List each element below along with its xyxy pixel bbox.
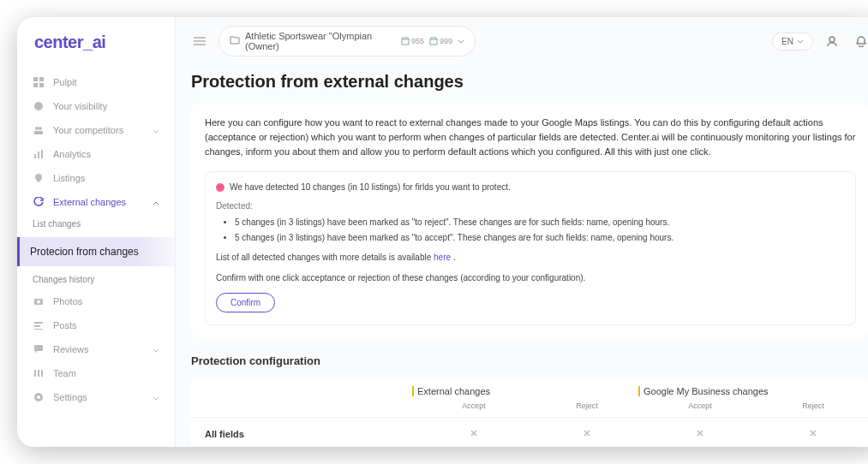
config-grid: External changes Google My Business chan… xyxy=(191,379,868,447)
detected-label: Detected: xyxy=(216,199,845,213)
nav-settings[interactable]: Settings xyxy=(17,385,175,409)
sub-header-reject: Reject xyxy=(757,402,868,410)
confirm-button[interactable]: Confirm xyxy=(216,293,275,312)
dashboard-icon xyxy=(33,76,45,88)
folder-icon xyxy=(230,36,240,46)
posts-icon xyxy=(33,319,45,331)
nav-reviews[interactable]: Reviews xyxy=(17,337,175,361)
chevron-down-icon xyxy=(458,39,464,44)
nav-analytics[interactable]: Analytics xyxy=(17,142,175,166)
nav-photos[interactable]: Photos xyxy=(17,289,175,313)
topbar: Athletic Sportswear "Olympian (Owner) 95… xyxy=(176,17,868,65)
svg-rect-1 xyxy=(39,77,44,81)
svg-rect-18 xyxy=(38,370,39,377)
subnav-list-changes[interactable]: List changes xyxy=(33,214,175,234)
sub-header-accept: Accept xyxy=(644,402,757,410)
store-count-1: 955 xyxy=(401,37,424,45)
nav-visibility[interactable]: Your visibility xyxy=(17,94,175,118)
subnav-protection[interactable]: Protecion from changes xyxy=(17,237,175,266)
svg-point-12 xyxy=(37,300,40,304)
page-title: Protection from external changes xyxy=(191,72,868,92)
menu-toggle[interactable] xyxy=(189,31,210,51)
user-icon xyxy=(826,35,838,47)
svg-rect-7 xyxy=(34,131,43,134)
bell-icon xyxy=(855,35,867,47)
nav-team[interactable]: Team xyxy=(17,361,175,385)
nav-pulpit[interactable]: Pulpit xyxy=(17,70,175,94)
here-link[interactable]: here xyxy=(434,253,451,262)
chevron-down-icon xyxy=(153,125,159,135)
sidebar: center_ai Pulpit Your visibility Your co… xyxy=(17,17,176,447)
col-header-external: External changes xyxy=(417,379,644,400)
row-label: All fields xyxy=(191,429,417,439)
svg-point-6 xyxy=(39,127,42,130)
nav-competitors[interactable]: Your competitors xyxy=(17,118,175,142)
chevron-down-icon xyxy=(153,344,159,354)
topbar-right: EN xyxy=(772,31,868,51)
chat-icon xyxy=(33,343,45,355)
nav: Pulpit Your visibility Your competitors … xyxy=(17,65,175,447)
logo: center_ai xyxy=(17,17,175,65)
gear-icon xyxy=(33,391,45,403)
store-name: Athletic Sportswear "Olympian (Owner) xyxy=(245,31,401,51)
svg-rect-19 xyxy=(41,370,43,377)
user-button[interactable] xyxy=(822,31,842,51)
nav-listings[interactable]: Listings xyxy=(17,166,175,190)
alert-bullet: 5 changes (in 3 listings) have been mark… xyxy=(235,216,845,229)
alert-bullet: 5 changes (in 3 listings) have been mark… xyxy=(235,231,845,245)
main: Athletic Sportswear "Olympian (Owner) 95… xyxy=(176,17,868,447)
pin-icon xyxy=(33,172,45,184)
svg-rect-2 xyxy=(33,83,38,87)
alert-icon xyxy=(216,183,224,192)
svg-rect-25 xyxy=(402,39,409,45)
svg-rect-26 xyxy=(430,39,437,45)
chevron-down-icon xyxy=(153,392,159,402)
lang-selector[interactable]: EN xyxy=(772,33,813,51)
store-count-2: 999 xyxy=(429,37,452,45)
svg-rect-14 xyxy=(34,325,40,327)
cell-ext-accept[interactable] xyxy=(417,426,530,442)
config-row: All fields xyxy=(191,417,868,447)
svg-rect-17 xyxy=(34,370,36,377)
subnav-history[interactable]: Changes history xyxy=(33,270,175,289)
svg-point-27 xyxy=(829,37,835,42)
alert-headline: We have detected 10 changes (in 10 listi… xyxy=(230,181,511,194)
alert-bullets: 5 changes (in 3 listings) have been mark… xyxy=(216,216,845,244)
cell-gmb-accept[interactable] xyxy=(644,426,757,442)
svg-rect-16 xyxy=(34,345,43,351)
subnav-external: List changes Protecion from changes Chan… xyxy=(17,214,175,289)
users-icon xyxy=(33,124,45,136)
description-card: Here you can configure how you want to r… xyxy=(191,104,868,337)
alert-box: We have detected 10 changes (in 10 listi… xyxy=(205,171,856,325)
svg-rect-15 xyxy=(34,329,43,330)
sub-header-reject: Reject xyxy=(530,402,644,410)
svg-point-4 xyxy=(34,102,43,110)
col-header-gmb: Google My Business changes xyxy=(644,379,868,400)
app-frame: center_ai Pulpit Your visibility Your co… xyxy=(17,17,868,447)
svg-rect-9 xyxy=(38,152,39,158)
svg-rect-3 xyxy=(39,83,44,87)
refresh-icon xyxy=(33,196,45,208)
svg-point-5 xyxy=(35,127,39,130)
chevron-up-icon xyxy=(153,197,159,207)
cell-gmb-reject[interactable] xyxy=(757,426,868,442)
eye-icon xyxy=(33,100,45,112)
nav-external-changes[interactable]: External changes xyxy=(17,190,175,214)
chevron-down-icon xyxy=(797,39,804,44)
team-icon xyxy=(33,367,45,379)
content: Protection from external changes Here yo… xyxy=(176,65,868,447)
sub-header-accept: Accept xyxy=(417,402,530,410)
chart-icon xyxy=(33,148,45,160)
svg-rect-10 xyxy=(41,150,43,158)
store-selector[interactable]: Athletic Sportswear "Olympian (Owner) 95… xyxy=(218,26,476,57)
svg-rect-0 xyxy=(33,77,38,81)
confirm-text: Confirm with one click acceptance or rej… xyxy=(216,271,845,285)
svg-rect-13 xyxy=(34,322,43,324)
cell-ext-reject[interactable] xyxy=(530,426,644,442)
notifications-button[interactable] xyxy=(851,31,868,51)
nav-posts[interactable]: Posts xyxy=(17,313,175,337)
camera-icon xyxy=(33,295,45,307)
svg-point-21 xyxy=(37,396,40,399)
config-section-title: Protection configuration xyxy=(191,354,868,367)
svg-rect-8 xyxy=(34,154,36,158)
